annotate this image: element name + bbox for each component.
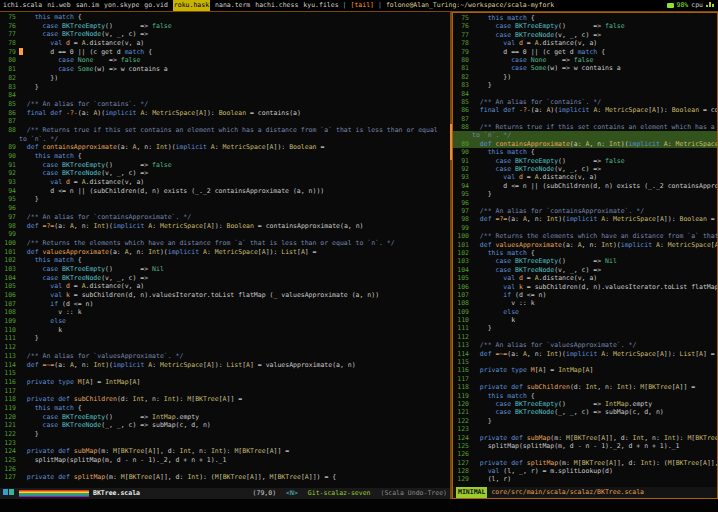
code-line[interactable]: 118 private def subChildren(d: Int, n: I… (0, 395, 450, 404)
code-line[interactable]: 81 case Some(w) => w contains a (0, 65, 450, 74)
code-line[interactable]: 100 /** Returns the elements which have … (0, 239, 450, 248)
code-line[interactable]: 95 } (0, 195, 450, 204)
code-line[interactable]: 84 (453, 90, 717, 98)
code-line[interactable]: 112 (453, 333, 717, 341)
code-line[interactable]: 91 case BKTreeEmpty() => false (0, 161, 450, 170)
code-line[interactable]: 127 private def splitMap(m: M[BKTree[A]]… (0, 473, 450, 482)
code-line[interactable]: 83 } (0, 83, 450, 92)
code-line[interactable]: 116 private type M[A] = IntMap[A] (453, 366, 717, 374)
tmux-window-tab[interactable]: kyu.files (303, 0, 338, 11)
code-line[interactable]: 95 } (453, 190, 717, 198)
code-line[interactable]: 110 k (453, 316, 717, 324)
code-line[interactable]: 87 (453, 115, 717, 123)
tmux-window-tab[interactable]: roku.hask (173, 0, 210, 11)
code-line[interactable]: 99 (0, 230, 450, 239)
code-line[interactable]: 99 (453, 224, 717, 232)
code-line[interactable]: 103 case BKTreeEmpty() => Nil (453, 257, 717, 265)
code-line[interactable]: 82 }) (453, 73, 717, 81)
code-line[interactable]: 122 } (0, 430, 450, 439)
code-line[interactable]: 107 if (d <= n) (0, 300, 450, 309)
code-line[interactable]: 86 final def -?-(a: A)(implicit A: Metri… (0, 109, 450, 118)
code-line[interactable]: 115 (453, 358, 717, 366)
code-line[interactable]: 125 splitMap(splitMap(m, d - n - 1)._2, … (453, 442, 717, 450)
code-line[interactable]: 110 k (0, 326, 450, 335)
code-line[interactable]: 92 case BKTreeNode(v, _, c) => (0, 169, 450, 178)
code-line[interactable]: 102 this match { (0, 256, 450, 265)
code-line[interactable]: 79 d == 0 || (c get d match { (0, 48, 450, 57)
code-line[interactable]: 78 val d = A.distance(v, a) (453, 39, 717, 47)
code-line[interactable]: 98 def =?=(a: A, n: Int)(implicit A: Met… (0, 222, 450, 231)
code-line[interactable]: 77 case BKTreeNode(v, _, c) => (453, 31, 717, 39)
code-line[interactable]: 85 /** An alias for `contains`. */ (0, 100, 450, 109)
code-line[interactable]: 117 (0, 387, 450, 396)
code-line[interactable]: 81 case Some(w) => w contains a (453, 64, 717, 72)
code-line[interactable]: 123 (453, 425, 717, 433)
code-line[interactable]: 91 case BKTreeEmpty() => false (453, 157, 717, 165)
code-line[interactable]: 83 } (453, 81, 717, 89)
code-line[interactable]: 76 case BKTreeEmpty() => false (0, 22, 450, 31)
code-line[interactable]: 112 (0, 343, 450, 352)
code-line[interactable]: 114 def =~=(a: A, n: Int)(implicit A: Me… (453, 350, 717, 358)
code-line[interactable]: 125 splitMap(splitMap(m, d - n - 1)._2, … (0, 456, 450, 465)
tmux-window-tab[interactable]: san.im (76, 0, 99, 11)
code-line[interactable]: 104 case BKTreeNode(v, _, c) => (0, 274, 450, 283)
code-line[interactable]: 119 this match { (453, 392, 717, 400)
code-line[interactable]: 79 d == 0 || (c get d match { (453, 48, 717, 56)
tmux-window-tab[interactable]: hachi.chess (255, 0, 298, 11)
code-line[interactable]: 119 this match { (0, 404, 450, 413)
code-line[interactable]: 118 private def subChildren(d: Int, n: I… (453, 383, 717, 391)
code-line[interactable]: 88 /** Returns true if this set contains… (453, 123, 717, 131)
code-line[interactable]: 84 (0, 91, 450, 100)
code-line[interactable]: 116 private type M[A] = IntMap[A] (0, 378, 450, 387)
code-line[interactable]: 120 case BKTreeEmpty() => IntMap.empty (0, 413, 450, 422)
code-line[interactable]: 89 def containsApproximate(a: A, n: Int)… (453, 140, 717, 148)
code-line[interactable]: 123 (0, 439, 450, 448)
minibuffer[interactable] (0, 499, 718, 512)
code-line[interactable]: 77 case BKTreeNode(v, _, c) => (0, 30, 450, 39)
code-line[interactable]: 113 /** An alias for `valuesApproximate`… (0, 352, 450, 361)
code-line[interactable]: 87 (0, 117, 450, 126)
code-line[interactable]: 108 v :: k (0, 308, 450, 317)
code-line[interactable]: 103 case BKTreeEmpty() => Nil (0, 265, 450, 274)
code-line[interactable]: 96 (0, 204, 450, 213)
code-line[interactable]: 94 d <= n || (subChildren(d, n) exists (… (0, 187, 450, 196)
code-line[interactable]: 86 final def -?-(a: A)(implicit A: Metri… (453, 106, 717, 114)
code-line[interactable]: 126 (0, 465, 450, 474)
code-line[interactable]: to `n`. */ (0, 135, 450, 144)
code-line[interactable]: 111 } (453, 324, 717, 332)
code-line[interactable]: 89 def containsApproximate(a: A, n: Int)… (0, 143, 450, 152)
code-line[interactable]: 80 case None => false (453, 56, 717, 64)
code-line[interactable]: 93 val d = A.distance(v, a) (0, 178, 450, 187)
code-line[interactable]: 114 def =~=(a: A, n: Int)(implicit A: Me… (0, 361, 450, 370)
code-line[interactable]: 80 case None => false (0, 56, 450, 65)
code-line[interactable]: 126 (453, 450, 717, 458)
code-line[interactable]: 124 private def subMap(m: M[BKTree[A]], … (453, 434, 717, 442)
code-line[interactable]: 101 def valuesApproximate(a: A, n: Int)(… (453, 241, 717, 249)
code-line[interactable]: 76 case BKTreeEmpty() => false (453, 22, 717, 30)
tmux-window-tab[interactable]: ichi.scala (3, 0, 42, 11)
code-line[interactable]: 104 case BKTreeNode(v, _, c) => (453, 266, 717, 274)
code-line[interactable]: 102 this match { (453, 249, 717, 257)
code-line[interactable]: 109 else (0, 317, 450, 326)
code-line[interactable]: 90 this match { (0, 152, 450, 161)
code-line[interactable]: 108 v :: k (453, 299, 717, 307)
code-line[interactable]: 97 /** An alias for `containsApproximate… (0, 213, 450, 222)
tmux-window-tab[interactable]: yon.skype (104, 0, 139, 11)
code-line[interactable]: 85 /** An alias for `contains`. */ (453, 98, 717, 106)
code-line[interactable]: 82 }) (0, 74, 450, 83)
code-line[interactable]: to `n`. */ (453, 131, 717, 139)
code-line[interactable]: 97 /** An alias for `containsApproximate… (453, 207, 717, 215)
code-line[interactable]: 100 /** Returns the elements which have … (453, 232, 717, 240)
code-line[interactable]: 96 (453, 199, 717, 207)
code-line[interactable]: 109 else (453, 308, 717, 316)
code-line[interactable]: 92 case BKTreeNode(v, _, c) => (453, 165, 717, 173)
tmux-window-tab[interactable]: go.vid (144, 0, 167, 11)
code-line[interactable]: 98 def =?=(a: A, n: Int)(implicit A: Met… (453, 215, 717, 223)
code-line[interactable]: 75 this match { (453, 14, 717, 22)
code-line[interactable]: 122 } (453, 417, 717, 425)
tmux-window-tab[interactable]: ni.web (47, 0, 70, 11)
code-line[interactable]: 94 d <= n || (subChildren(d, n) exists (… (453, 182, 717, 190)
scrollbar-thumb[interactable] (450, 124, 452, 160)
window-divider[interactable] (450, 12, 452, 499)
code-line[interactable]: 75 this match { (0, 13, 450, 22)
